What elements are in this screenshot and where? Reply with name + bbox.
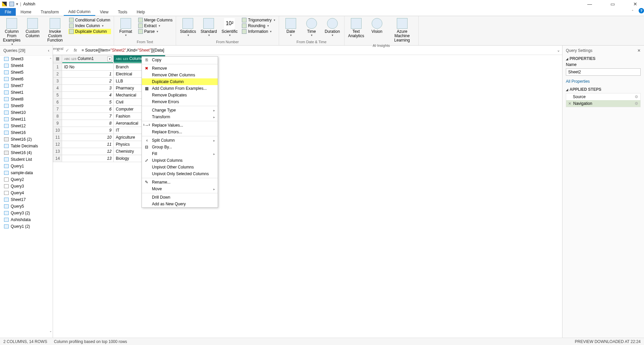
ctx-group-by[interactable]: ⊟Group By... bbox=[142, 144, 218, 150]
parse-button[interactable]: Parse▾ bbox=[138, 29, 173, 34]
ctx-change-type[interactable]: Change Type▸ bbox=[142, 107, 218, 114]
cell-column1[interactable]: 1 bbox=[62, 71, 114, 78]
ctx-remove-duplicates[interactable]: Remove Duplicates bbox=[142, 92, 218, 98]
all-properties-link[interactable]: All Properties bbox=[566, 79, 641, 84]
query-item[interactable]: Sheet12 bbox=[0, 123, 53, 129]
row-number[interactable]: 13 bbox=[53, 148, 62, 155]
cell-column1[interactable]: 2 bbox=[62, 78, 114, 85]
merge-columns-button[interactable]: Merge Columns bbox=[138, 17, 173, 23]
column1-filter-icon[interactable]: ▾ bbox=[107, 57, 112, 61]
row-number[interactable]: 9 bbox=[53, 120, 62, 127]
cell-column1[interactable]: 10 bbox=[62, 134, 114, 141]
custom-column-button[interactable]: Custom Column bbox=[23, 17, 42, 38]
scroll-up-icon[interactable]: ˆ bbox=[50, 58, 51, 62]
query-item[interactable]: Sheet8 bbox=[0, 96, 53, 102]
save-icon[interactable] bbox=[9, 2, 14, 6]
row-number[interactable]: 3 bbox=[53, 78, 62, 85]
row-number[interactable]: 5 bbox=[53, 92, 62, 99]
cell-column1[interactable]: 8 bbox=[62, 120, 114, 127]
invoke-custom-function-button[interactable]: Invoke Custom Function bbox=[44, 17, 66, 43]
ctx-fill[interactable]: Fill▸ bbox=[142, 150, 218, 157]
rounding-button[interactable]: Rounding▾ bbox=[241, 23, 276, 28]
cell-column1[interactable]: 11 bbox=[62, 141, 114, 148]
minimize-button[interactable]: — bbox=[583, 1, 596, 7]
row-number[interactable]: 2 bbox=[53, 71, 62, 78]
query-item[interactable]: Ashishdata bbox=[0, 216, 53, 223]
scientific-button[interactable]: 10²Scientific▾ bbox=[220, 17, 238, 37]
cell-column1[interactable]: 5 bbox=[62, 99, 114, 106]
collapse-ribbon-button[interactable]: ˆ bbox=[628, 8, 637, 16]
ctx-remove-other[interactable]: Remove Other Columns bbox=[142, 72, 218, 78]
help-icon[interactable]: ? bbox=[639, 8, 644, 13]
row-number[interactable]: 10 bbox=[53, 127, 62, 134]
formula-input[interactable]: = Source{[Item="Sheet2",Kind="Sheet"]}[D… bbox=[80, 47, 553, 53]
cell-column1[interactable]: 7 bbox=[62, 113, 114, 120]
time-button[interactable]: Time▾ bbox=[303, 17, 321, 37]
ctx-unpivot-selected[interactable]: Unpivot Only Selected Columns bbox=[142, 170, 218, 177]
standard-button[interactable]: Standard▾ bbox=[200, 17, 218, 37]
tab-view[interactable]: View bbox=[95, 8, 113, 16]
ctx-add-as-new-query[interactable]: Add as New Query bbox=[142, 201, 218, 207]
query-item[interactable]: Sheet16 (4) bbox=[0, 149, 53, 156]
row-number[interactable]: 1 bbox=[53, 64, 62, 71]
cell-column1[interactable]: 4 bbox=[62, 92, 114, 99]
ctx-replace-errors[interactable]: Replace Errors... bbox=[142, 129, 218, 135]
cell-column1[interactable]: ID No bbox=[62, 64, 114, 71]
tab-home[interactable]: Home bbox=[16, 8, 36, 16]
row-number[interactable]: 4 bbox=[53, 85, 62, 92]
ctx-copy[interactable]: ⎘Copy bbox=[142, 57, 218, 63]
trigonometry-button[interactable]: Trigonometry▾ bbox=[241, 17, 276, 23]
ctx-add-from-examples[interactable]: ▦Add Column From Examples... bbox=[142, 85, 218, 92]
query-item[interactable]: Query1 (2) bbox=[0, 223, 53, 230]
query-item[interactable]: Sheet10 bbox=[0, 109, 53, 116]
accept-formula-icon[interactable]: ✓ bbox=[64, 48, 70, 53]
format-button[interactable]: Format▾ bbox=[117, 17, 135, 37]
date-button[interactable]: Date▾ bbox=[282, 17, 300, 37]
corner-cell[interactable]: ▦ bbox=[53, 55, 62, 62]
query-item[interactable]: Sheet3 bbox=[0, 56, 53, 62]
query-item[interactable]: Query5 bbox=[0, 203, 53, 210]
ctx-unpivot-other[interactable]: Unpivot Other Columns bbox=[142, 164, 218, 170]
text-analytics-button[interactable]: Text Analytics bbox=[347, 17, 365, 38]
step-source[interactable]: Source⚙ bbox=[566, 93, 640, 100]
information-button[interactable]: Information▾ bbox=[241, 29, 276, 34]
extract-button[interactable]: Extract▾ bbox=[138, 23, 173, 28]
duplicate-column-button[interactable]: Duplicate Column bbox=[68, 29, 111, 34]
cell-column1[interactable]: 6 bbox=[62, 106, 114, 113]
expand-formula-icon[interactable]: ⌄ bbox=[557, 48, 560, 53]
tab-tools[interactable]: Tools bbox=[113, 8, 132, 16]
query-item[interactable]: Sheet16 (2) bbox=[0, 136, 53, 143]
vision-button[interactable]: Vision bbox=[368, 17, 386, 34]
query-item[interactable]: Student List bbox=[0, 156, 53, 163]
query-item[interactable]: sample-data bbox=[0, 169, 53, 176]
column-from-examples-button[interactable]: Column From Examples▾ bbox=[3, 17, 21, 46]
conditional-column-button[interactable]: Conditional Column bbox=[68, 17, 111, 23]
ctx-split-column[interactable]: ⫞Split Column▸ bbox=[142, 137, 218, 144]
column-header-column1[interactable]: ABC 123Column1 ▾ bbox=[62, 55, 114, 62]
dropdown-icon[interactable]: ▾ bbox=[16, 2, 18, 6]
query-name-input[interactable] bbox=[566, 68, 641, 76]
ctx-transform[interactable]: Transform▸ bbox=[142, 114, 218, 120]
maximize-button[interactable]: ▭ bbox=[606, 1, 619, 7]
ctx-duplicate-column[interactable]: Duplicate Column bbox=[142, 78, 218, 85]
row-number[interactable]: 7 bbox=[53, 106, 62, 113]
query-item[interactable]: Sheet1 bbox=[0, 89, 53, 96]
cell-column1[interactable]: 13 bbox=[62, 155, 114, 162]
query-item[interactable]: Query1 bbox=[0, 163, 53, 169]
row-number[interactable]: 6 bbox=[53, 99, 62, 106]
step-navigation[interactable]: ✕Navigation⚙ bbox=[566, 100, 640, 107]
query-item[interactable]: Table Decimals bbox=[0, 143, 53, 149]
query-item[interactable]: Sheet7 bbox=[0, 82, 53, 89]
ctx-remove[interactable]: ✖Remove bbox=[142, 65, 218, 72]
row-number[interactable]: 14 bbox=[53, 155, 62, 162]
delete-step-icon[interactable]: ✕ bbox=[568, 101, 571, 106]
properties-section[interactable]: ◢PROPERTIES bbox=[566, 56, 641, 61]
cell-column1[interactable]: 9 bbox=[62, 127, 114, 134]
query-item[interactable]: Query2 bbox=[0, 176, 53, 183]
row-number[interactable]: 8 bbox=[53, 113, 62, 120]
ctx-rename[interactable]: ✎Rename... bbox=[142, 179, 218, 186]
query-item[interactable]: Sheet17 bbox=[0, 196, 53, 203]
query-item[interactable]: Sheet6 bbox=[0, 76, 53, 82]
index-column-button[interactable]: Index Column▾ bbox=[68, 23, 111, 28]
statistics-button[interactable]: Statistics▾ bbox=[179, 17, 197, 37]
